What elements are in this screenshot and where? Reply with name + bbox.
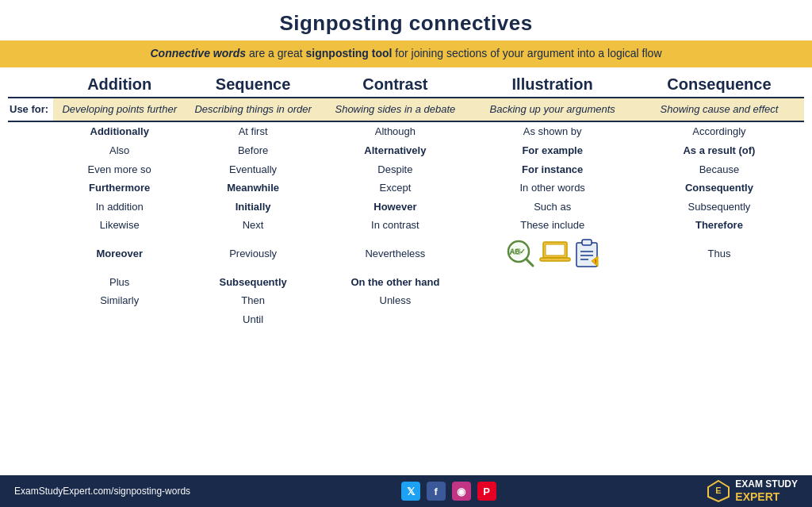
seq-8: Subsequently bbox=[186, 273, 320, 292]
con-9: Unless bbox=[320, 291, 470, 310]
cons-3: Because bbox=[634, 160, 804, 179]
con-4: Except bbox=[320, 179, 470, 198]
brand-text: EXAM STUDY EXPERT bbox=[735, 478, 798, 503]
header-illustration: Illustration bbox=[470, 67, 634, 98]
table-row: Even more so Eventually Despite For inst… bbox=[8, 160, 804, 179]
subtitle-bar: Connective words are a great signposting… bbox=[0, 40, 812, 67]
header-addition: Addition bbox=[53, 67, 186, 98]
clipboard-icon: ! bbox=[574, 239, 599, 269]
table-row: Likewise Next In contrast These include … bbox=[8, 216, 804, 235]
brand-expert: EXPERT bbox=[735, 490, 798, 504]
con-8: On the other hand bbox=[320, 273, 470, 292]
table-row: Similarly Then Unless bbox=[8, 291, 804, 310]
ill-4: In other words bbox=[470, 179, 634, 198]
twitter-icon[interactable]: 𝕏 bbox=[401, 482, 420, 501]
svg-text:!: ! bbox=[595, 259, 596, 264]
seq-6: Next bbox=[186, 216, 320, 235]
brand-logo-icon: E bbox=[707, 479, 730, 503]
con-2: Alternatively bbox=[320, 141, 470, 160]
seq-10: Until bbox=[186, 310, 320, 329]
usefor-sequence: Describing things in order bbox=[186, 98, 320, 122]
seq-5: Initially bbox=[186, 198, 320, 217]
cons-1: Accordingly bbox=[634, 121, 804, 141]
subtitle-bold-italic: Connective words bbox=[150, 47, 246, 60]
footer-brand: E EXAM STUDY EXPERT bbox=[707, 478, 798, 503]
title-bar: Signposting connectives bbox=[0, 0, 812, 40]
instagram-icon[interactable]: ◉ bbox=[452, 482, 471, 501]
abc-magnifier-icon: AB AB✓ bbox=[506, 239, 536, 269]
header-contrast: Contrast bbox=[320, 67, 470, 98]
subtitle-text1: are a great bbox=[246, 47, 306, 60]
usefor-contrast: Showing sides in a debate bbox=[320, 98, 470, 122]
add-3: Even more so bbox=[53, 160, 186, 179]
table-row: Furthermore Meanwhile Except In other wo… bbox=[8, 179, 804, 198]
ill-3: For instance bbox=[470, 160, 634, 179]
brand-exam: EXAM STUDY bbox=[735, 478, 798, 490]
ill-icons: AB AB✓ bbox=[470, 235, 634, 273]
seq-4: Meanwhile bbox=[186, 179, 320, 198]
add-7: Moreover bbox=[53, 235, 186, 273]
con-7: Nevertheless bbox=[320, 235, 470, 273]
usefor-addition: Developing points further bbox=[53, 98, 186, 122]
table-row: Moreover Previously Nevertheless AB AB✓ bbox=[8, 235, 804, 273]
svg-text:AB✓: AB✓ bbox=[509, 248, 526, 255]
add-2: Also bbox=[53, 141, 186, 160]
ill-6: These include bbox=[470, 216, 634, 235]
pinterest-icon[interactable]: P bbox=[477, 482, 496, 501]
header-label-cell bbox=[8, 67, 53, 98]
facebook-icon[interactable]: f bbox=[427, 482, 446, 501]
cons-5: Subsequently bbox=[634, 198, 804, 217]
page-title: Signposting connectives bbox=[0, 11, 812, 36]
add-5: In addition bbox=[53, 198, 186, 217]
main-content: Addition Sequence Contrast Illustration … bbox=[0, 67, 812, 475]
table-row: Plus Subsequently On the other hand bbox=[8, 273, 804, 292]
add-6: Likewise bbox=[53, 216, 186, 235]
con-6: In contrast bbox=[320, 216, 470, 235]
cons-2: As a result (of) bbox=[634, 141, 804, 160]
usefor-label: Use for: bbox=[8, 98, 53, 122]
add-8: Plus bbox=[53, 273, 186, 292]
usefor-illustration: Backing up your arguments bbox=[470, 98, 634, 122]
cons-7: Thus bbox=[634, 235, 804, 273]
header-consequence: Consequence bbox=[634, 67, 804, 98]
subtitle-text2: for joining sections of your argument in… bbox=[392, 47, 661, 60]
table-row: Until bbox=[8, 310, 804, 329]
svg-rect-10 bbox=[582, 240, 592, 245]
usefor-row: Use for: Developing points further Descr… bbox=[8, 98, 804, 122]
ill-5: Such as bbox=[470, 198, 634, 217]
footer-url: ExamStudyExpert.com/signposting-words bbox=[14, 486, 190, 497]
table-row: In addition Initially However Such as Su… bbox=[8, 198, 804, 217]
add-4: Furthermore bbox=[53, 179, 186, 198]
seq-2: Before bbox=[186, 141, 320, 160]
ill-2: For example bbox=[470, 141, 634, 160]
page-container: Signposting connectives Connective words… bbox=[0, 0, 812, 507]
header-sequence: Sequence bbox=[186, 67, 320, 98]
footer: ExamStudyExpert.com/signposting-words 𝕏 … bbox=[0, 475, 812, 507]
footer-social-icons: 𝕏 f ◉ P bbox=[401, 482, 496, 501]
seq-7: Previously bbox=[186, 235, 320, 273]
con-1: Although bbox=[320, 121, 470, 141]
svg-line-2 bbox=[527, 259, 533, 266]
con-5: However bbox=[320, 198, 470, 217]
svg-rect-6 bbox=[546, 244, 565, 255]
ill-1: As shown by bbox=[470, 121, 634, 141]
seq-3: Eventually bbox=[186, 160, 320, 179]
cons-6: Therefore bbox=[634, 216, 804, 235]
seq-9: Then bbox=[186, 291, 320, 310]
header-row: Addition Sequence Contrast Illustration … bbox=[8, 67, 804, 98]
table-row: Also Before Alternatively For example As… bbox=[8, 141, 804, 160]
con-3: Despite bbox=[320, 160, 470, 179]
laptop-icon bbox=[539, 240, 571, 267]
svg-text:E: E bbox=[716, 486, 722, 495]
connectives-table: Addition Sequence Contrast Illustration … bbox=[8, 67, 804, 329]
add-9: Similarly bbox=[53, 291, 186, 310]
illustration-icons-container: AB AB✓ bbox=[472, 237, 632, 271]
cons-4: Consequently bbox=[634, 179, 804, 198]
subtitle-bold: signposting tool bbox=[306, 47, 393, 60]
add-1: Additionally bbox=[53, 121, 186, 141]
seq-1: At first bbox=[186, 121, 320, 141]
table-row: Additionally At first Although As shown … bbox=[8, 121, 804, 141]
usefor-consequence: Showing cause and effect bbox=[634, 98, 804, 122]
